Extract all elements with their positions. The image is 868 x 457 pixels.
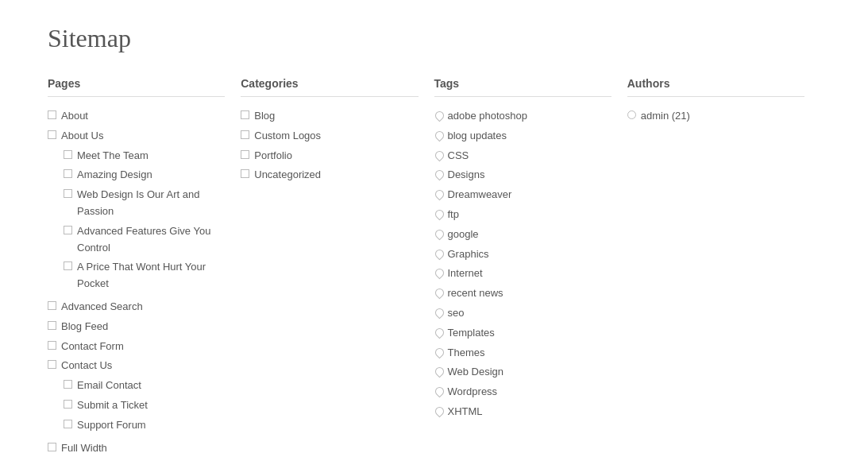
list-item: Portfolio bbox=[241, 148, 418, 165]
list-item: About Us Meet The Team Amazing Design bbox=[48, 128, 225, 296]
category-link[interactable]: Uncategorized bbox=[254, 167, 321, 184]
list-item: blog updates bbox=[434, 128, 611, 145]
list-item: Blog bbox=[241, 108, 418, 125]
pages-link[interactable]: Submit a Ticket bbox=[77, 397, 148, 414]
tag-link[interactable]: Graphics bbox=[448, 246, 489, 263]
tags-list: adobe photoshop blog updates CSS Designs… bbox=[434, 108, 611, 420]
list-item: Themes bbox=[434, 345, 611, 362]
tag-link[interactable]: google bbox=[448, 227, 479, 243]
pages-link[interactable]: Blog Feed bbox=[61, 319, 108, 335]
sitemap-columns: Pages About About Us Meet The Team bbox=[48, 77, 820, 457]
list-item: Email Contact bbox=[64, 378, 148, 394]
tag-link[interactable]: adobe photoshop bbox=[448, 108, 527, 125]
list-item: Web Design bbox=[434, 364, 611, 381]
page-icon bbox=[64, 169, 72, 178]
author-link[interactable]: admin (21) bbox=[641, 108, 690, 125]
list-item: Templates bbox=[434, 325, 611, 342]
tag-link[interactable]: Wordpress bbox=[448, 384, 498, 401]
pages-list: About About Us Meet The Team bbox=[48, 108, 225, 456]
page-icon bbox=[48, 110, 56, 119]
tag-icon bbox=[434, 209, 443, 218]
tag-link[interactable]: Designs bbox=[448, 167, 485, 184]
list-item: Advanced Features Give You Control bbox=[64, 223, 225, 257]
list-item: adobe photoshop bbox=[434, 108, 611, 125]
authors-list: admin (21) bbox=[627, 108, 804, 125]
tag-link[interactable]: seo bbox=[448, 305, 465, 322]
list-item: seo bbox=[434, 305, 611, 322]
pages-link[interactable]: Meet The Team bbox=[77, 148, 149, 165]
sub-list: Email Contact Submit a Ticket Support Fo… bbox=[48, 378, 148, 436]
tag-link[interactable]: CSS bbox=[448, 148, 469, 165]
pages-link[interactable]: About bbox=[61, 108, 88, 125]
list-item: Support Forum bbox=[64, 417, 148, 434]
tag-link[interactable]: Dreamweaver bbox=[448, 187, 512, 203]
tag-icon bbox=[434, 150, 443, 159]
list-item: Uncategorized bbox=[241, 167, 418, 184]
page-icon bbox=[64, 261, 72, 270]
list-item: Meet The Team bbox=[64, 148, 225, 165]
tag-icon bbox=[434, 366, 443, 375]
list-item: google bbox=[434, 227, 611, 243]
page-icon bbox=[64, 150, 72, 159]
tag-icon bbox=[434, 229, 443, 238]
tag-icon bbox=[434, 189, 443, 198]
tag-link[interactable]: Themes bbox=[448, 345, 485, 362]
tag-link[interactable]: Templates bbox=[448, 325, 495, 342]
pages-link[interactable]: Advanced Features Give You Control bbox=[77, 223, 225, 257]
page-icon bbox=[48, 321, 56, 330]
tag-link[interactable]: Internet bbox=[448, 265, 483, 282]
page-icon bbox=[48, 341, 56, 350]
tag-link[interactable]: blog updates bbox=[448, 128, 507, 145]
pages-column: Pages About About Us Meet The Team bbox=[48, 77, 241, 457]
pages-link[interactable]: About Us bbox=[61, 128, 103, 145]
category-link[interactable]: Portfolio bbox=[254, 148, 292, 165]
list-item: XHTML bbox=[434, 404, 611, 420]
list-item: A Price That Wont Hurt Your Pocket bbox=[64, 259, 225, 292]
category-link[interactable]: Custom Logos bbox=[254, 128, 321, 145]
list-item: Internet bbox=[434, 265, 611, 282]
pages-link[interactable]: Contact Us bbox=[61, 358, 112, 374]
category-icon bbox=[241, 130, 249, 139]
category-icon bbox=[241, 150, 249, 159]
tag-link[interactable]: Web Design bbox=[448, 364, 504, 381]
tag-icon bbox=[434, 406, 443, 415]
list-item: Wordpress bbox=[434, 384, 611, 401]
pages-link[interactable]: Advanced Search bbox=[61, 299, 143, 316]
sub-list: Meet The Team Amazing Design Web Design … bbox=[48, 148, 225, 296]
tag-icon bbox=[434, 347, 443, 356]
authors-column: Authors admin (21) bbox=[627, 77, 820, 128]
category-icon bbox=[241, 169, 249, 178]
tag-icon bbox=[434, 308, 443, 316]
tag-icon bbox=[434, 249, 443, 258]
page-icon bbox=[64, 420, 72, 428]
pages-link[interactable]: Web Design Is Our Art and Passion bbox=[77, 187, 225, 220]
page-icon bbox=[64, 189, 72, 198]
list-item: Web Design Is Our Art and Passion bbox=[64, 187, 225, 220]
tag-link[interactable]: recent news bbox=[448, 285, 503, 302]
tag-link[interactable]: XHTML bbox=[448, 404, 483, 420]
pages-link[interactable]: Email Contact bbox=[77, 378, 141, 394]
tag-icon bbox=[434, 110, 443, 119]
list-item: Designs bbox=[434, 167, 611, 184]
list-item: Custom Logos bbox=[241, 128, 418, 145]
pages-link[interactable]: Contact Form bbox=[61, 339, 124, 355]
category-link[interactable]: Blog bbox=[254, 108, 275, 125]
author-icon bbox=[627, 110, 636, 119]
page-icon bbox=[48, 301, 56, 310]
page-icon bbox=[48, 360, 56, 369]
pages-link[interactable]: Full Width bbox=[61, 440, 107, 457]
page-title: Sitemap bbox=[48, 24, 820, 53]
tag-link[interactable]: ftp bbox=[448, 207, 459, 223]
page-icon bbox=[48, 443, 56, 451]
categories-list: Blog Custom Logos Portfolio Uncategorize… bbox=[241, 108, 418, 184]
categories-column: Categories Blog Custom Logos Portfolio U… bbox=[241, 77, 434, 187]
pages-link[interactable]: A Price That Wont Hurt Your Pocket bbox=[77, 259, 225, 292]
list-item: About bbox=[48, 108, 225, 125]
list-item: Advanced Search bbox=[48, 299, 225, 316]
list-item: Contact Form bbox=[48, 339, 225, 355]
page-wrapper: Sitemap Pages About About Us bbox=[0, 0, 868, 457]
pages-link[interactable]: Amazing Design bbox=[77, 167, 152, 184]
pages-link[interactable]: Support Forum bbox=[77, 417, 146, 434]
tags-header: Tags bbox=[434, 77, 611, 97]
categories-header: Categories bbox=[241, 77, 418, 97]
